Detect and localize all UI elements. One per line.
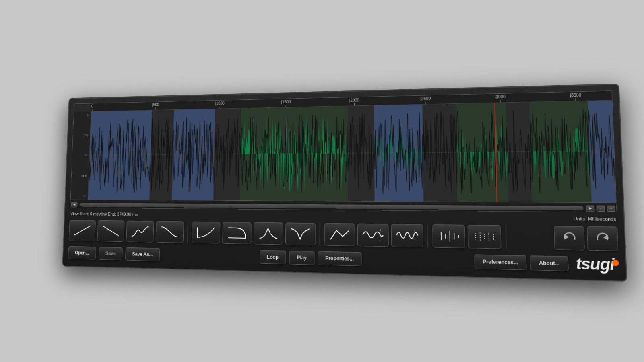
scroll-left-btn[interactable]: ◀ [71, 202, 78, 207]
view-end-label: View End: 3749.98 ms [98, 212, 138, 216]
yaxis-label-neg0_5: -0.5 [81, 173, 87, 177]
ramp-down-btn[interactable] [97, 220, 124, 241]
play-button[interactable]: Play [289, 250, 314, 265]
spacer-2 [365, 259, 471, 261]
s-curve-2-btn[interactable] [156, 221, 184, 243]
tsugi-dot [612, 259, 619, 266]
zoom-in-btn[interactable]: + [607, 205, 615, 211]
ruler-label-0: 0 [91, 104, 93, 108]
inv-bell-btn[interactable] [285, 222, 316, 245]
undo-btn[interactable] [554, 226, 585, 250]
tsugi-text: tsugi [576, 255, 615, 274]
ruler-label-2500: |2500 [420, 96, 431, 101]
tsugi-logo: tsugi [576, 255, 619, 274]
scurve-btn[interactable] [126, 220, 154, 242]
undo-redo-group [554, 226, 619, 251]
ruler-label-1500: |1500 [281, 99, 291, 104]
waveform-canvas-area [88, 100, 616, 202]
svg-text:-: - [380, 238, 381, 242]
spacer-1 [163, 255, 256, 257]
svg-text:↓: ↓ [414, 237, 416, 241]
properties-button[interactable]: Properties... [318, 251, 362, 266]
ruler-label-1000: |1000 [215, 101, 225, 105]
svg-line-1 [103, 226, 119, 236]
ramp-up-btn[interactable] [69, 220, 96, 241]
ruler-label-3500: |3500 [570, 93, 582, 97]
ruler-label-3000: |3000 [495, 94, 506, 99]
preferences-button[interactable]: Preferences... [474, 254, 527, 270]
svg-marker-17 [603, 234, 608, 240]
sine-btn[interactable]: + - [357, 223, 389, 247]
stochastic2-btn[interactable] [468, 224, 502, 249]
bell-btn[interactable] [254, 222, 283, 245]
wave-shapes-group: + - ↑ ↓ [324, 223, 423, 247]
scrollbar-track[interactable] [79, 202, 583, 210]
svg-text:↑: ↑ [414, 229, 416, 232]
sine-updown-btn[interactable]: ↑ ↓ [391, 224, 423, 247]
stochastic-btn[interactable] [432, 224, 465, 248]
zoom-out-btn[interactable]: − [596, 205, 605, 211]
yaxis-label-1: 1 [87, 113, 89, 117]
scrollbar-thumb[interactable] [79, 202, 583, 210]
save-as-button[interactable]: Save As... [125, 247, 160, 261]
units-label: Units: Milliseconds [573, 216, 616, 222]
ruler-label-500: |500 [152, 103, 159, 107]
ruler-label-2000: |2000 [349, 98, 359, 102]
pattern-shapes-group [432, 224, 501, 249]
view-start-label: View Start: 0 ms [70, 211, 99, 216]
about-button[interactable]: About... [530, 255, 569, 271]
waveform-display[interactable]: 0 |500 |1000 |1500 |2000 [70, 90, 617, 203]
yaxis-label-0: 0 [85, 153, 87, 157]
svg-line-0 [74, 226, 90, 235]
plugin-body: 0 |500 |1000 |1500 |2000 [62, 83, 627, 281]
plugin-wrapper: 0 |500 |1000 |1500 |2000 [44, 90, 600, 272]
separator-4 [505, 225, 507, 249]
curve-shapes-group [192, 221, 316, 245]
yaxis-label-0_5: 0.5 [84, 133, 88, 137]
triangle-btn[interactable] [324, 223, 355, 246]
separator-1 [187, 221, 188, 243]
separator-3 [427, 224, 428, 247]
separator-2 [320, 223, 320, 245]
svg-text:+: + [380, 228, 382, 232]
scroll-right-btn[interactable]: ▶ [586, 205, 594, 211]
save-button[interactable]: Save [99, 247, 123, 260]
linear-shapes-group [69, 220, 184, 243]
open-button[interactable]: Open... [68, 246, 96, 259]
svg-marker-16 [564, 234, 569, 239]
redo-btn[interactable] [587, 226, 619, 251]
waveform-canvas [88, 100, 616, 202]
loop-button[interactable]: Loop [259, 250, 286, 264]
exp-up-btn[interactable] [192, 221, 220, 243]
yaxis-label-neg1: -1 [83, 194, 86, 197]
exp-down-btn[interactable] [222, 222, 252, 244]
